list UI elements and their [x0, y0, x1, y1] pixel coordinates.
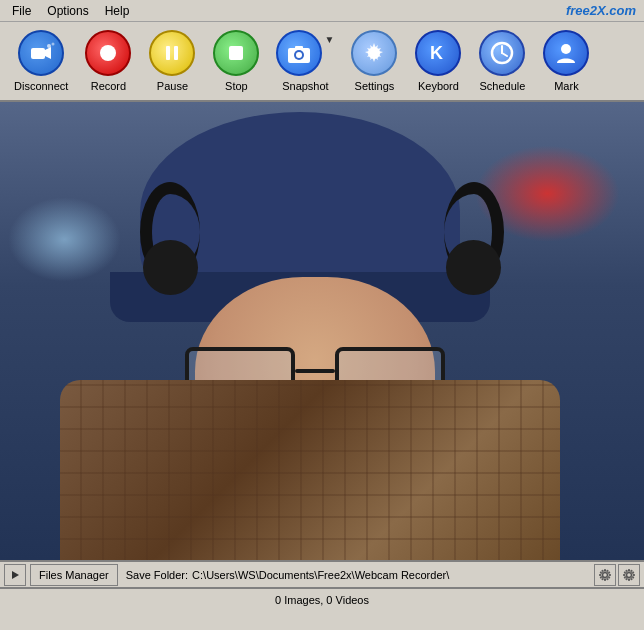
schedule-icon	[479, 30, 525, 76]
svg-marker-1	[45, 47, 51, 59]
gear-button-2[interactable]	[618, 564, 640, 586]
dropdown-arrow-icon[interactable]: ▼	[324, 34, 334, 45]
gear-button-1[interactable]	[594, 564, 616, 586]
glasses-bridge	[295, 369, 335, 373]
pause-button[interactable]: Pause	[142, 26, 202, 96]
video-area	[0, 102, 644, 560]
svg-rect-11	[295, 46, 303, 50]
svg-point-4	[100, 45, 116, 61]
info-bar: 0 Images, 0 Videos	[0, 588, 644, 610]
snapshot-icon	[276, 30, 322, 76]
settings-label: Settings	[355, 80, 395, 92]
headphone-pad-left	[143, 240, 198, 295]
mark-label: Mark	[554, 80, 578, 92]
save-folder-label: Save Folder:	[126, 569, 188, 581]
snapshot-label: Snapshot	[282, 80, 328, 92]
menu-help[interactable]: Help	[97, 2, 138, 20]
video-feed	[0, 102, 644, 560]
headphone-pad-right	[446, 240, 501, 295]
files-manager-button[interactable]: Files Manager	[30, 564, 118, 586]
settings-button[interactable]: Settings	[344, 26, 404, 96]
record-icon	[85, 30, 131, 76]
svg-marker-19	[12, 571, 19, 579]
stop-icon	[213, 30, 259, 76]
svg-point-2	[47, 44, 51, 48]
schedule-label: Schedule	[479, 80, 525, 92]
svg-rect-0	[31, 48, 45, 59]
save-folder-path: C:\Users\WS\Documents\Free2x\Webcam Reco…	[192, 569, 449, 581]
mark-button[interactable]: Mark	[536, 26, 596, 96]
svg-point-18	[561, 44, 571, 54]
disconnect-button[interactable]: Disconnect	[8, 26, 74, 96]
info-text: 0 Images, 0 Videos	[275, 594, 369, 606]
snapshot-button[interactable]: ▼ Snapshot	[270, 26, 340, 96]
keyboard-label: Keybord	[418, 80, 459, 92]
svg-rect-5	[166, 46, 170, 60]
menu-options[interactable]: Options	[39, 2, 96, 20]
shirt-decoration	[60, 380, 560, 560]
branding-label: free2X.com	[566, 3, 636, 18]
pause-label: Pause	[157, 80, 188, 92]
gear-buttons	[594, 564, 640, 586]
menu-bar: File Options Help free2X.com	[0, 0, 644, 22]
pause-icon	[149, 30, 195, 76]
play-button[interactable]	[4, 564, 26, 586]
svg-line-17	[502, 53, 507, 56]
svg-point-20	[603, 572, 608, 577]
status-bar: Files Manager Save Folder: C:\Users\WS\D…	[0, 560, 644, 588]
keyboard-icon: K	[415, 30, 461, 76]
toolbar: Disconnect Record Pause Stop	[0, 22, 644, 102]
svg-rect-6	[174, 46, 178, 60]
keyboard-button[interactable]: K Keybord	[408, 26, 468, 96]
menu-file[interactable]: File	[4, 2, 39, 20]
stop-button[interactable]: Stop	[206, 26, 266, 96]
svg-text:K: K	[430, 43, 443, 63]
svg-point-3	[52, 43, 55, 46]
record-label: Record	[91, 80, 126, 92]
schedule-button[interactable]: Schedule	[472, 26, 532, 96]
svg-point-21	[627, 572, 632, 577]
svg-point-10	[296, 52, 302, 58]
files-manager-label: Files Manager	[39, 569, 109, 581]
disconnect-label: Disconnect	[14, 80, 68, 92]
disconnect-icon	[18, 30, 64, 76]
stop-label: Stop	[225, 80, 248, 92]
settings-icon	[351, 30, 397, 76]
record-button[interactable]: Record	[78, 26, 138, 96]
mark-icon	[543, 30, 589, 76]
svg-rect-7	[229, 46, 243, 60]
